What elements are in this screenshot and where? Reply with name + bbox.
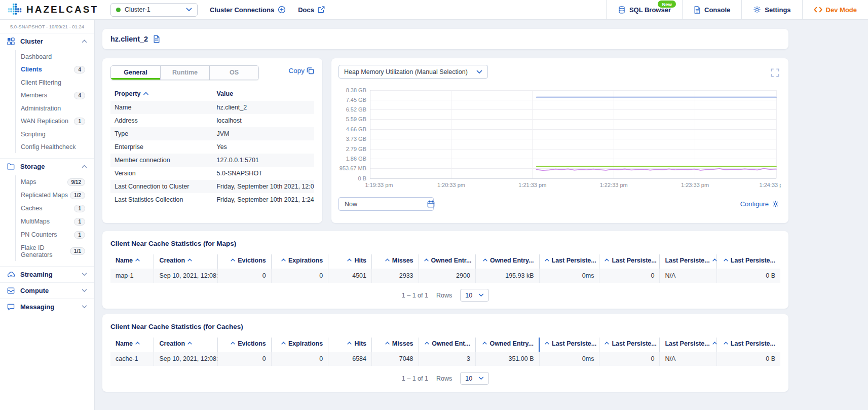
column-header-last-persiste[interactable]: Last Persiste... — [660, 338, 716, 352]
sidebar-section-messaging-toggle[interactable]: Messaging — [0, 299, 94, 315]
sidebar-item-label: Config Healthcheck — [21, 143, 76, 151]
column-header-owned-entry[interactable]: Owned Entry... — [475, 254, 539, 269]
column-header-evictions[interactable]: Evictions — [218, 338, 272, 352]
sort-asc-icon — [231, 258, 235, 262]
column-header-inner: Last Persiste... — [545, 340, 594, 347]
chevron-down-icon — [82, 273, 87, 276]
column-header-last-persiste[interactable]: Last Persiste... — [539, 254, 599, 269]
column-header-inner: Last Persiste... — [724, 257, 775, 264]
column-header-evictions[interactable]: Evictions — [218, 254, 272, 269]
sidebar-section-streaming-toggle[interactable]: Streaming — [0, 267, 94, 282]
cell: N/A — [660, 269, 716, 283]
column-header-owned-entr[interactable]: Owned Entr... — [419, 254, 475, 269]
sidebar-item-client-filtering[interactable]: Client Filtering — [16, 76, 94, 89]
sidebar-item-dashboard[interactable]: Dashboard — [16, 50, 94, 63]
column-header-hits[interactable]: Hits — [328, 254, 372, 269]
column-header-inner: Owned Entry... — [482, 340, 534, 347]
column-header-inner: Creation — [159, 340, 192, 347]
svg-text:6.52 GB: 6.52 GB — [346, 106, 366, 113]
sidebar-item-maps[interactable]: Maps9/12 — [16, 175, 94, 189]
sort-asc-icon — [135, 258, 140, 262]
sql-browser-button[interactable]: New SQL Browser — [606, 0, 682, 19]
page-title-card: hz.client_2 — [102, 29, 788, 49]
client-document-icon[interactable] — [153, 35, 160, 43]
column-header-last-persiste[interactable]: Last Persiste... — [660, 254, 716, 269]
rows-per-page-select[interactable]: 10 — [460, 289, 489, 302]
gear-icon — [772, 200, 779, 208]
column-header-name[interactable]: Name — [110, 338, 154, 352]
svg-text:1:22:33 pm: 1:22:33 pm — [600, 182, 628, 188]
column-header-label: Hits — [354, 257, 366, 264]
dev-mode-button[interactable]: Dev Mode — [802, 0, 868, 19]
sidebar-item-label: Members — [21, 92, 47, 99]
column-header-last-persiste[interactable]: Last Persiste... — [599, 338, 660, 352]
sidebar-section-storage-toggle[interactable]: Storage — [0, 159, 94, 174]
column-header-expirations[interactable]: Expirations — [271, 254, 328, 269]
column-header-label: Evictions — [238, 257, 266, 264]
tab-runtime[interactable]: Runtime — [160, 66, 209, 80]
cluster-connections-label: Cluster Connections — [210, 6, 274, 14]
sidebar-item-wan-replication[interactable]: WAN Replication1 — [16, 115, 94, 128]
docs-link[interactable]: Docs — [298, 6, 325, 14]
sidebar-item-scripting[interactable]: Scripting — [16, 128, 94, 140]
tab-label: Runtime — [172, 69, 198, 76]
sidebar-item-caches[interactable]: Caches1 — [16, 202, 94, 215]
sidebar-item-members[interactable]: Members4 — [16, 89, 94, 102]
tab-os[interactable]: OS — [209, 66, 258, 80]
column-header-label: Last Persiste... — [731, 257, 775, 264]
property-value: 127.0.0.1:5701 — [208, 154, 314, 167]
column-header-last-persiste[interactable]: Last Persiste... — [539, 338, 599, 352]
property-value: localhost — [208, 114, 314, 127]
column-header-label: Creation — [159, 257, 185, 264]
column-header-last-persiste[interactable]: Last Persiste... — [716, 254, 780, 269]
column-header-misses[interactable]: Misses — [372, 254, 419, 269]
settings-button[interactable]: Settings — [741, 0, 802, 19]
cluster-status-dot — [116, 8, 121, 12]
column-header-misses[interactable]: Misses — [372, 338, 419, 352]
property-table-header: Property Value — [110, 87, 314, 101]
sidebar-item-administration[interactable]: Administration — [16, 102, 94, 115]
sidebar-item-pn-counters[interactable]: PN Counters1 — [16, 228, 94, 241]
column-header-property[interactable]: Property — [110, 87, 208, 101]
console-button[interactable]: Console — [682, 0, 741, 19]
heap-memory-chart: 8.38 GB7.45 GB6.52 GB5.59 GB4.66 GB3.73 … — [338, 83, 781, 191]
gear-icon — [753, 6, 761, 14]
metric-select[interactable]: Heap Memory Utilization (Manual Selectio… — [338, 65, 488, 79]
sidebar-item-label: Flake ID Generators — [21, 244, 70, 258]
column-header-label: Creation — [159, 340, 185, 347]
column-header-inner: Last Persiste... — [724, 340, 775, 347]
configure-link[interactable]: Configure — [740, 200, 781, 208]
fullscreen-icon[interactable] — [771, 68, 779, 77]
column-header-name[interactable]: Name — [110, 254, 154, 269]
sidebar-section-compute-toggle[interactable]: Compute — [0, 283, 94, 299]
sidebar-item-label: Caches — [21, 205, 42, 212]
sidebar-item-config-healthcheck[interactable]: Config Healthcheck — [16, 140, 94, 153]
column-header-expirations[interactable]: Expirations — [271, 338, 328, 352]
time-input[interactable] — [344, 200, 427, 208]
column-header-last-persiste[interactable]: Last Persiste... — [716, 338, 780, 352]
sidebar-item-clients[interactable]: Clients4 — [16, 63, 94, 76]
column-header-last-persiste[interactable]: Last Persiste... — [599, 254, 660, 269]
column-header-label: Last Persiste... — [665, 257, 709, 264]
column-header-creation[interactable]: Creation — [154, 254, 218, 269]
sidebar-section-compute: Compute — [0, 282, 94, 299]
copy-button[interactable]: Copy — [288, 67, 314, 74]
sidebar-item-label: Replicated Maps — [21, 192, 68, 199]
time-picker-input[interactable] — [338, 197, 434, 211]
tab-general[interactable]: General — [111, 66, 160, 80]
sidebar-section-cluster-toggle[interactable]: Cluster — [0, 33, 94, 49]
sidebar-item-flake-id-generators[interactable]: Flake ID Generators1/1 — [16, 241, 94, 261]
column-header-label: Last Persiste... — [612, 257, 656, 264]
cluster-select[interactable]: Cluster-1 — [110, 3, 198, 17]
section-title: Client Near Cache Statistics (for Caches… — [110, 323, 780, 330]
cluster-connections-button[interactable]: Cluster Connections — [210, 6, 286, 14]
column-header-creation[interactable]: Creation — [154, 338, 218, 352]
svg-text:4.66 GB: 4.66 GB — [346, 126, 366, 132]
sidebar-item-multimaps[interactable]: MultiMaps1 — [16, 215, 94, 228]
column-header-owned-ent[interactable]: Owned Ent... — [419, 338, 475, 352]
count-badge: 1/1 — [70, 247, 85, 255]
column-header-owned-entry[interactable]: Owned Entry... — [475, 338, 539, 352]
column-header-hits[interactable]: Hits — [328, 338, 372, 352]
rows-per-page-select[interactable]: 10 — [460, 372, 489, 385]
sidebar-item-replicated-maps[interactable]: Replicated Maps1/2 — [16, 189, 94, 202]
